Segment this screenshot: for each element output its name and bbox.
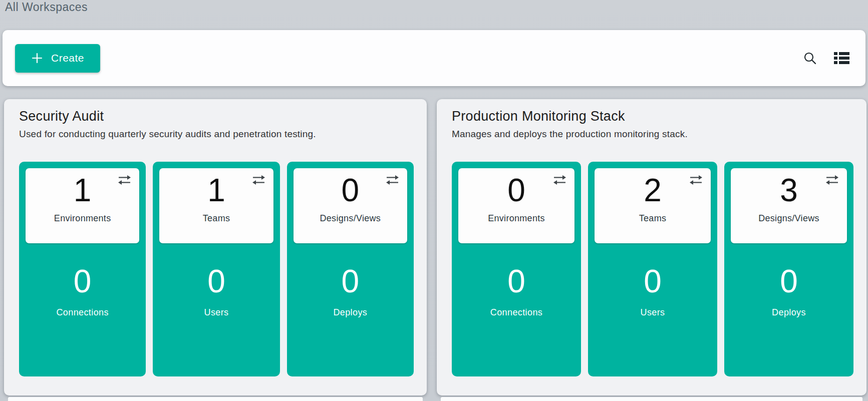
stat-tile-top: 0 Environments <box>458 168 574 243</box>
stat-label: Deploys <box>731 307 847 318</box>
stat-label: Environments <box>458 213 574 224</box>
stat-tile-environments[interactable]: 1 Environments 0 Connections <box>19 162 146 376</box>
stat-label: Teams <box>159 213 273 224</box>
stat-tile-teams[interactable]: 2 Teams 0 Users <box>588 162 717 376</box>
stat-label: Environments <box>26 213 139 224</box>
search-button[interactable] <box>802 50 818 66</box>
stat-tile-designs-views[interactable]: 3 Designs/Views 0 Deploys <box>724 162 853 376</box>
stat-value: 0 <box>595 263 711 299</box>
stat-value: 0 <box>159 263 273 299</box>
workspace-grid: Security Audit Used for conducting quart… <box>4 99 866 395</box>
stat-tile-top: 0 Designs/Views <box>294 168 407 243</box>
next-row-card-peek <box>8 397 423 401</box>
stat-tile-bottom: 0 Deploys <box>731 243 847 376</box>
workspace-name: Production Monitoring Stack <box>452 107 853 125</box>
stat-label: Users <box>595 307 711 318</box>
stat-tile-top: 1 Teams <box>159 168 273 243</box>
swap-icon[interactable] <box>553 175 566 185</box>
stat-tile-bottom: 0 Deploys <box>294 243 407 376</box>
stat-value: 0 <box>731 263 847 299</box>
workspace-card-production-monitoring-stack[interactable]: Production Monitoring Stack Manages and … <box>437 99 866 395</box>
stat-label: Connections <box>26 307 139 318</box>
swap-icon[interactable] <box>118 175 131 185</box>
stat-tile-top: 1 Environments <box>26 168 139 243</box>
stat-tile-teams[interactable]: 1 Teams 0 Users <box>153 162 279 376</box>
stat-value: 0 <box>458 263 574 299</box>
next-row-card-peek <box>441 397 862 401</box>
search-icon <box>803 51 817 65</box>
page-title: All Workspaces <box>5 1 88 14</box>
stat-label: Teams <box>595 213 711 224</box>
stat-value: 0 <box>294 263 407 299</box>
stat-tile-environments[interactable]: 0 Environments 0 Connections <box>452 162 581 376</box>
create-button[interactable]: Create <box>15 44 100 73</box>
stat-label: Deploys <box>294 307 407 318</box>
stat-label: Connections <box>458 307 574 318</box>
stat-tile-bottom: 0 Connections <box>458 243 574 376</box>
stat-label: Users <box>159 307 273 318</box>
plus-icon <box>31 52 43 64</box>
workspace-description: Manages and deploys the production monit… <box>452 128 853 141</box>
toolbar: Create <box>3 30 865 86</box>
workspace-description: Used for conducting quarterly security a… <box>19 128 414 141</box>
stat-tile-designs-views[interactable]: 0 Designs/Views 0 Deploys <box>287 162 414 376</box>
stat-tile-bottom: 0 Users <box>159 243 273 376</box>
swap-icon[interactable] <box>386 175 399 185</box>
stat-tile-bottom: 0 Connections <box>26 243 139 376</box>
swap-icon[interactable] <box>825 175 839 185</box>
workspace-name: Security Audit <box>19 107 414 125</box>
stat-label: Designs/Views <box>294 213 407 224</box>
stats-grid: 0 Environments 0 Connections 2 <box>452 162 853 376</box>
swap-icon[interactable] <box>689 175 703 185</box>
toolbar-actions <box>802 50 850 66</box>
create-button-label: Create <box>51 52 84 64</box>
stat-tile-top: 3 Designs/Views <box>731 168 847 243</box>
view-list-icon <box>834 52 849 65</box>
workspace-card-security-audit[interactable]: Security Audit Used for conducting quart… <box>4 99 427 395</box>
swap-icon[interactable] <box>252 175 265 185</box>
view-list-button[interactable] <box>833 51 850 66</box>
stat-label: Designs/Views <box>731 213 847 224</box>
stat-value: 0 <box>26 263 139 299</box>
stat-tile-bottom: 0 Users <box>595 243 711 376</box>
stats-grid: 1 Environments 0 Connections 1 <box>19 162 414 376</box>
stat-tile-top: 2 Teams <box>595 168 711 243</box>
